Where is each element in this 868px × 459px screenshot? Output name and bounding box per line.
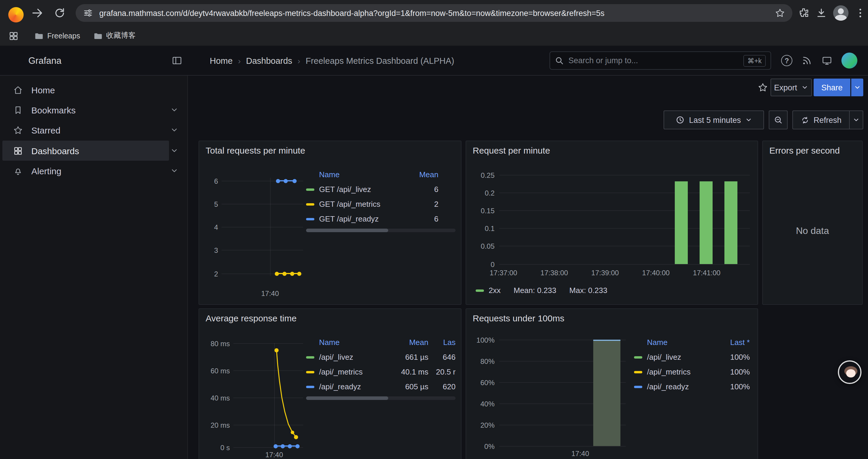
legend-header: Name Mean Las <box>306 335 456 349</box>
browser-profile-avatar[interactable] <box>833 5 848 21</box>
legend-name[interactable]: GET /api/_readyz <box>319 215 379 223</box>
series-point <box>274 444 278 448</box>
time-range-picker[interactable]: Last 5 minutes <box>663 110 764 129</box>
share-dropdown-button[interactable] <box>851 78 863 96</box>
series-swatch <box>306 203 314 205</box>
x-tick: 17:41:00 <box>689 269 724 277</box>
search-box[interactable]: ⌘+k <box>550 52 771 70</box>
bookmark-folder-freeleaps[interactable]: Freeleaps <box>30 28 85 43</box>
export-button[interactable]: Export <box>771 78 812 96</box>
legend-header-name[interactable]: Name <box>319 338 391 347</box>
legend-scrollbar[interactable] <box>306 229 456 232</box>
series-point <box>275 272 279 276</box>
panel-request-per-minute: Request per minute 0.25 0.2 0.15 0.1 0.0… <box>466 140 758 305</box>
series-swatch <box>634 356 642 358</box>
breadcrumb-separator <box>238 56 241 66</box>
legend-header-mean[interactable]: Mean <box>419 170 438 179</box>
panel-title[interactable]: Errors per second <box>769 145 840 155</box>
panel-title[interactable]: Total requests per minute <box>206 145 305 155</box>
legend-name[interactable]: /api/_livez <box>319 353 391 362</box>
legend-name[interactable]: GET /api/_metrics <box>319 200 380 208</box>
legend-header-name[interactable]: Name <box>319 170 339 179</box>
series-point <box>297 272 301 276</box>
legend-name[interactable]: GET /api/_livez <box>319 185 371 194</box>
url-text[interactable]: grafana.mathmast.com/d/deytv4rwavabkb/fr… <box>99 8 775 18</box>
bookmark-folder-blogs[interactable]: 收藏博客 <box>88 28 140 43</box>
refresh-icon <box>801 116 809 124</box>
legend-header-last[interactable]: Las <box>428 338 456 347</box>
share-button[interactable]: Share <box>814 78 850 96</box>
series-swatch <box>306 218 314 220</box>
chevron-down-icon[interactable] <box>170 167 179 175</box>
y-tick: 80% <box>471 357 495 366</box>
grafana-profile-avatar[interactable] <box>841 53 857 68</box>
breadcrumb-home[interactable]: Home <box>210 56 232 66</box>
legend-row: /api/_readyz 605 µs 620 <box>306 379 456 394</box>
series-swatch <box>306 386 314 388</box>
refresh-button[interactable]: Refresh <box>793 110 850 129</box>
y-tick: 0.05 <box>471 242 495 251</box>
legend-name[interactable]: /api/_metrics <box>647 367 714 376</box>
favorite-star-icon[interactable] <box>757 82 768 93</box>
grafana-top-nav: Grafana Home Dashboards Freeleaps Metric… <box>0 46 868 76</box>
sidebar-item-bookmarks[interactable]: Bookmarks <box>2 100 169 120</box>
browser-toolbar: grafana.mathmast.com/d/deytv4rwavabkb/fr… <box>0 0 868 26</box>
browser-menu-icon[interactable] <box>855 7 866 19</box>
chevron-down-icon[interactable] <box>170 146 179 155</box>
extensions-icon[interactable] <box>798 7 809 19</box>
gridline <box>222 204 303 204</box>
zoom-out-button[interactable] <box>769 110 788 129</box>
legend-name[interactable]: 2xx <box>489 286 500 295</box>
legend-name[interactable]: /api/_readyz <box>319 382 391 391</box>
panel-title[interactable]: Request per minute <box>473 145 550 155</box>
search-input[interactable] <box>568 56 743 65</box>
reload-icon[interactable] <box>53 6 66 20</box>
url-bar[interactable]: grafana.mathmast.com/d/deytv4rwavabkb/fr… <box>75 4 793 22</box>
y-tick: 0.25 <box>471 171 495 179</box>
legend-header-name[interactable]: Name <box>647 338 714 347</box>
sidebar-item-dashboards[interactable]: Dashboards <box>2 140 169 161</box>
legend-row: /api/_metrics 40.1 ms 20.5 r <box>306 364 456 379</box>
legend-name[interactable]: /api/_metrics <box>319 367 391 376</box>
panel-title[interactable]: Requests under 100ms <box>473 313 564 323</box>
sidebar-item-starred[interactable]: Starred <box>2 120 169 140</box>
gridline <box>499 446 626 447</box>
bookmark-star-icon[interactable] <box>775 8 785 18</box>
site-info-icon[interactable] <box>83 8 93 18</box>
sidebar-item-alerting[interactable]: Alerting <box>2 161 169 181</box>
monitor-icon[interactable] <box>821 55 833 66</box>
folder-icon <box>34 31 44 40</box>
series-point <box>276 179 280 183</box>
legend-scrollbar[interactable] <box>306 396 456 400</box>
refresh-interval-dropdown[interactable] <box>850 110 863 129</box>
scrollbar-thumb[interactable] <box>306 229 388 232</box>
apps-grid-icon[interactable] <box>8 30 19 41</box>
download-icon[interactable] <box>815 7 827 19</box>
chevron-down-icon <box>745 117 752 124</box>
x-tick: 17:37:00 <box>486 269 521 277</box>
legend-header-last[interactable]: Last * <box>714 338 750 347</box>
sidebar-item-label: Starred <box>31 125 60 135</box>
bar-2xx <box>724 182 737 264</box>
legend-name[interactable]: /api/_readyz <box>647 382 714 391</box>
sidebar: Home Bookmarks Starred Dashboards Alerti… <box>0 76 188 459</box>
legend-header-mean[interactable]: Mean <box>391 338 428 347</box>
chevron-down-icon[interactable] <box>170 106 179 114</box>
rss-icon[interactable] <box>801 55 812 66</box>
legend-value: 6 <box>434 185 438 194</box>
scrollbar-thumb[interactable] <box>306 396 388 400</box>
sidebar-item-home[interactable]: Home <box>2 80 169 100</box>
forward-icon[interactable] <box>31 6 44 20</box>
grafana-logo[interactable] <box>8 7 24 23</box>
legend-row: /api/_readyz 100% <box>634 379 750 394</box>
help-icon[interactable]: ? <box>781 55 793 66</box>
chevron-down-icon[interactable] <box>170 126 179 134</box>
breadcrumb-dashboards[interactable]: Dashboards <box>246 56 292 66</box>
search-icon <box>555 56 564 65</box>
legend-name[interactable]: /api/_livez <box>647 353 714 362</box>
floating-assistant-avatar[interactable] <box>838 360 862 384</box>
series-point <box>284 179 288 183</box>
sidebar-item-label: Home <box>31 85 55 95</box>
legend-row: GET /api/_livez 6 <box>306 182 438 197</box>
sidebar-toggle-icon[interactable] <box>172 55 183 66</box>
